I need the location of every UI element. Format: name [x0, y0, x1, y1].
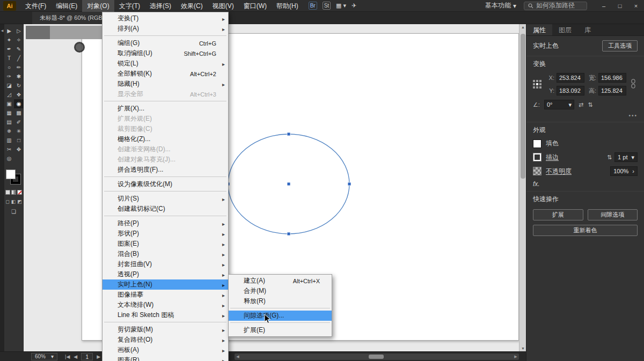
stroke-label[interactable]: 描边: [546, 153, 559, 162]
paintbrush-tool[interactable]: ✏: [14, 63, 24, 72]
y-input[interactable]: 183.092: [557, 86, 584, 95]
opacity-select[interactable]: 100% ›: [610, 166, 638, 176]
app-logo[interactable]: Ai: [3, 1, 16, 11]
menubar-item[interactable]: 窗口(W): [239, 0, 272, 12]
width-tool[interactable]: ❖: [14, 90, 24, 99]
horizontal-scrollbar[interactable]: ◀ ▶: [235, 353, 519, 360]
zoom-tool[interactable]: ◎: [4, 154, 14, 163]
type-tool[interactable]: T: [4, 54, 14, 63]
menu-item[interactable]: Line 和 Sketch 图稿: [103, 310, 228, 320]
fill-color-swatch[interactable]: [533, 139, 541, 148]
stroke-color-swatch[interactable]: [533, 153, 541, 161]
panel-tab[interactable]: 库: [578, 24, 597, 35]
gradient-button[interactable]: [11, 190, 16, 195]
share-icon[interactable]: ✈: [352, 2, 356, 9]
scroll-right-icon[interactable]: ▶: [513, 353, 519, 360]
bridge-icon[interactable]: Br: [309, 2, 317, 10]
close-button[interactable]: ×: [628, 0, 644, 12]
screen-mode-icon[interactable]: ❏: [11, 209, 16, 215]
free-transform-tool[interactable]: ▣: [4, 99, 14, 108]
gap-options-button[interactable]: 间隙选项: [588, 209, 638, 220]
line-tool[interactable]: ╱: [14, 54, 24, 63]
shape-builder-tool[interactable]: ◉: [14, 99, 24, 108]
menubar-item[interactable]: 文字(T): [114, 0, 145, 12]
menu-item[interactable]: 图案(E): [103, 239, 228, 249]
menubar-item[interactable]: 帮助(H): [272, 0, 303, 12]
restore-button[interactable]: □: [612, 0, 628, 12]
flip-vertical-icon[interactable]: ⇅: [588, 101, 592, 108]
menu-item[interactable]: 透视(P): [103, 269, 228, 279]
pen-tool[interactable]: ✒: [4, 45, 14, 54]
menu-item[interactable]: 建立(A) Alt+Ctrl+X: [229, 276, 332, 286]
menubar-item[interactable]: 文件(F): [20, 0, 51, 12]
menu-item[interactable]: 变换(T): [103, 13, 228, 24]
mesh-tool[interactable]: ▩: [14, 108, 24, 117]
stock-icon[interactable]: St: [323, 2, 331, 10]
fill-swatch[interactable]: [6, 170, 16, 179]
expand-button[interactable]: 扩展: [533, 209, 583, 220]
menu-item[interactable]: 拼合透明度(F)...: [103, 165, 228, 175]
x-input[interactable]: 253.824: [557, 73, 584, 83]
menu-item[interactable]: 隐藏(H): [103, 79, 228, 89]
menu-item[interactable]: 间隙选项(G)...: [229, 311, 332, 321]
none-button[interactable]: [17, 190, 22, 195]
menu-item[interactable]: 画板(A): [103, 345, 228, 355]
menu-item[interactable]: 设为像素级优化(M): [103, 179, 228, 189]
menubar-item[interactable]: 效果(C): [176, 0, 208, 12]
menu-item[interactable]: 合并(M): [229, 286, 332, 296]
opacity-swatch[interactable]: [533, 167, 541, 175]
collapse-toolbar-icon[interactable]: ◀: [0, 28, 4, 32]
rotate-angle-select[interactable]: 0° ▾: [544, 100, 574, 109]
menu-item[interactable]: 混合(B): [103, 249, 228, 259]
menu-item[interactable]: 文本绕排(W): [103, 300, 228, 310]
pencil-tool[interactable]: ✑: [4, 72, 14, 81]
stroke-stepper-icon[interactable]: ⇅: [607, 154, 612, 161]
color-button[interactable]: [5, 190, 10, 195]
curvature-tool[interactable]: ✎: [14, 45, 24, 54]
perspective-grid-tool[interactable]: ▦: [4, 108, 14, 117]
menu-item[interactable]: 编组(G) Ctrl+G: [103, 38, 228, 48]
vertical-scrollbar[interactable]: ▲ ▼: [519, 24, 526, 351]
more-options-icon[interactable]: •••: [533, 113, 638, 119]
next-artboard-icon[interactable]: ▶: [97, 354, 100, 359]
menu-item[interactable]: 全部解锁(K) Alt+Ctrl+2: [103, 69, 228, 79]
search-input[interactable]: 如何添加路径: [524, 2, 587, 10]
blend-tool[interactable]: ✵: [4, 127, 14, 136]
menu-item[interactable]: 创建渐变网格(D)...: [103, 144, 228, 154]
opacity-label[interactable]: 不透明度: [546, 167, 572, 176]
slice-tool[interactable]: ✂: [4, 145, 14, 154]
menu-item[interactable]: 取消编组(U) Shift+Ctrl+G: [103, 48, 228, 58]
width-input[interactable]: 156.986: [598, 73, 626, 83]
menu-item[interactable]: 剪切蒙版(M): [103, 325, 228, 335]
layout-grid-icon[interactable]: ▦ ▾: [336, 2, 346, 9]
selection-tool[interactable]: ▶: [4, 26, 14, 35]
panel-tab[interactable]: 属性: [526, 24, 552, 35]
menu-item[interactable]: 显示全部 Alt+Ctrl+3: [103, 89, 228, 99]
menubar-item[interactable]: 对象(O): [82, 0, 114, 12]
height-input[interactable]: 125.824: [598, 86, 626, 95]
eraser-tool[interactable]: ◪: [4, 81, 14, 90]
column-graph-tool[interactable]: ▥: [4, 136, 14, 145]
horizontal-scroll-thumb[interactable]: [369, 355, 384, 359]
draw-behind-icon[interactable]: ◧: [11, 199, 16, 204]
menubar-item[interactable]: 编辑(E): [51, 0, 82, 12]
prev-artboard-icon[interactable]: ◀: [74, 354, 77, 359]
menu-item[interactable]: 裁剪图像(C): [103, 124, 228, 134]
menu-item[interactable]: 切片(S): [103, 194, 228, 204]
flip-horizontal-icon[interactable]: ⇄: [579, 101, 583, 108]
menu-item[interactable]: 释放(R): [229, 296, 332, 306]
eyedropper-tool[interactable]: ✐: [14, 117, 24, 127]
menu-item[interactable]: 实时上色(N): [103, 279, 228, 290]
artboard-number-input[interactable]: 1: [81, 353, 93, 360]
ellipse-tool[interactable]: ○: [4, 63, 14, 72]
workspace-switcher[interactable]: 基本功能 ▾: [485, 1, 516, 10]
link-dimensions-icon[interactable]: [631, 79, 636, 90]
shaper-tool[interactable]: ✱: [14, 72, 24, 81]
vertical-scroll-thumb[interactable]: [521, 34, 525, 179]
menu-item[interactable]: 图像描摹: [103, 290, 228, 300]
menu-item[interactable]: 创建对象马赛克(J)...: [103, 154, 228, 165]
magic-wand-tool[interactable]: ✦: [4, 35, 14, 45]
menu-item[interactable]: 创建裁切标记(C): [103, 204, 228, 214]
gradient-tool[interactable]: ▤: [4, 117, 14, 127]
menu-item[interactable]: 路径(P): [103, 218, 228, 229]
